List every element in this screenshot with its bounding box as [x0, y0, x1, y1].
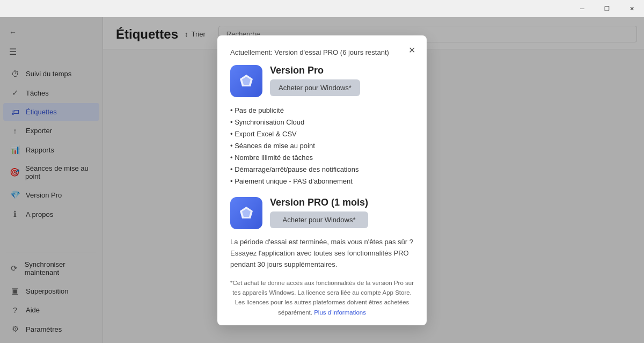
more-info-link[interactable]: Plus d'informations — [314, 309, 366, 316]
trial-message: La période d'essai est terminée, mais vo… — [230, 237, 414, 270]
version-pro-card: Version Pro Acheter pour Windows* — [230, 65, 414, 97]
pro-card-content: Version Pro Acheter pour Windows* — [270, 65, 360, 96]
features-list: • Pas de publicité • Synchronisation Clo… — [230, 105, 414, 188]
feature-6: • Démarrage/arrêt/pause des notification… — [230, 164, 414, 176]
pro-monthly-card-content: Version PRO (1 mois) Acheter pour Window… — [270, 197, 368, 228]
modal-close-button[interactable]: ✕ — [404, 43, 419, 58]
feature-7: • Paiement unique - PAS d'abonnement — [230, 176, 414, 187]
buy-windows-button[interactable]: Acheter pour Windows* — [270, 79, 360, 96]
minimize-button[interactable]: ─ — [570, 0, 595, 17]
pro-modal: ✕ Actuellement: Version d'essai PRO (6 j… — [217, 35, 427, 325]
title-bar: ─ ❐ ✕ — [0, 0, 644, 17]
feature-2: • Synchronisation Cloud — [230, 116, 414, 128]
feature-1: • Pas de publicité — [230, 105, 414, 116]
feature-4: • Séances de mise au point — [230, 140, 414, 152]
buy-monthly-button[interactable]: Acheter pour Windows* — [270, 211, 368, 228]
trial-status-text: Actuellement: Version d'essai PRO (6 jou… — [230, 48, 414, 56]
title-bar-controls: ─ ❐ ✕ — [570, 0, 644, 17]
feature-3: • Export Excel & CSV — [230, 128, 414, 140]
version-pro-monthly-card: Version PRO (1 mois) Acheter pour Window… — [230, 197, 414, 229]
pro-monthly-title: Version PRO (1 mois) — [270, 197, 368, 208]
pro-icon — [230, 65, 262, 97]
restore-button[interactable]: ❐ — [595, 0, 619, 17]
close-button[interactable]: ✕ — [619, 0, 644, 17]
pro-monthly-icon — [230, 197, 262, 229]
pro-version-title: Version Pro — [270, 65, 360, 76]
modal-overlay[interactable]: ✕ Actuellement: Version d'essai PRO (6 j… — [0, 17, 644, 343]
footnote-text: *Cet achat te donne accès aux fonctionna… — [230, 278, 414, 318]
feature-5: • Nombre illimité de tâches — [230, 152, 414, 164]
